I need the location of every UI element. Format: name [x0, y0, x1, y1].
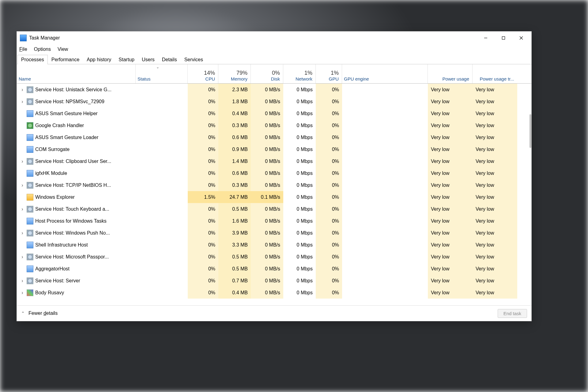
process-name: ASUS Smart Gesture Helper	[35, 111, 98, 116]
expand-icon[interactable]: ›	[20, 183, 25, 188]
cell-gpu-engine	[342, 131, 428, 143]
expand-icon[interactable]: ›	[20, 254, 25, 260]
cell-status	[136, 84, 188, 96]
expand-icon[interactable]: ›	[20, 278, 25, 284]
cell-status	[136, 251, 188, 263]
tab-performance[interactable]: Performance	[48, 55, 83, 64]
cell-cpu: 0%	[188, 155, 218, 167]
expand-icon[interactable]: ›	[20, 206, 25, 212]
table-row[interactable]: ›Service Host: Microsoft Passpor...0%0.5…	[17, 251, 531, 263]
table-row[interactable]: Host Process for Windows Tasks0%1.6 MB0 …	[17, 215, 531, 227]
process-icon	[27, 242, 33, 248]
scrollbar-thumb[interactable]	[530, 114, 531, 148]
cell-memory: 3.3 MB	[218, 239, 251, 251]
table-row[interactable]: ›Service Host: Touch Keyboard a...0%0.5 …	[17, 203, 531, 215]
end-task-button[interactable]: End task	[498, 309, 527, 318]
expand-icon[interactable]: ›	[20, 87, 25, 92]
table-row[interactable]: ASUS Smart Gesture Helper0%0.4 MB0 MB/s0…	[17, 107, 531, 119]
menu-options[interactable]: Options	[34, 47, 51, 52]
cell-network: 0 Mbps	[283, 191, 316, 203]
cell-gpu-engine	[342, 287, 428, 299]
cell-gpu-engine	[342, 227, 428, 239]
cell-cpu: 0%	[188, 96, 218, 107]
cell-power: Very low	[428, 287, 473, 299]
col-power[interactable]: Power usage	[428, 64, 473, 83]
cell-power-trend: Very low	[473, 227, 517, 239]
table-row[interactable]: Windows Explorer1.5%24.7 MB0.1 MB/s0 Mbp…	[17, 191, 531, 203]
cell-memory: 0.9 MB	[218, 143, 251, 155]
expand-icon[interactable]: ›	[20, 230, 25, 236]
process-name: Service Host: Unistack Service G...	[35, 87, 111, 92]
col-status[interactable]: Status	[136, 64, 188, 83]
col-network[interactable]: 1%Network	[283, 64, 316, 83]
menu-file[interactable]: File	[19, 47, 27, 52]
expand-icon[interactable]: ›	[20, 159, 25, 164]
cell-status	[136, 287, 188, 299]
tab-services[interactable]: Services	[181, 55, 207, 64]
cell-network: 0 Mbps	[283, 84, 316, 96]
process-name: Body Rusavy	[35, 290, 64, 296]
tab-users[interactable]: Users	[138, 55, 158, 64]
col-gpu[interactable]: 1%GPU	[316, 64, 342, 83]
col-memory[interactable]: 79%Memory	[218, 64, 251, 83]
process-icon	[27, 86, 33, 93]
table-row[interactable]: AggregatorHost0%0.5 MB0 MB/s0 Mbps0%Very…	[17, 263, 531, 275]
tab-strip: ProcessesPerformanceApp historyStartupUs…	[17, 54, 531, 64]
table-row[interactable]: Google Crash Handler0%0.3 MB0 MB/s0 Mbps…	[17, 119, 531, 131]
cell-status	[136, 143, 188, 155]
table-row[interactable]: ›Service Host: TCP/IP NetBIOS H...0%0.3 …	[17, 179, 531, 191]
cell-cpu: 0%	[188, 275, 218, 287]
cell-network: 0 Mbps	[283, 155, 316, 167]
process-icon	[27, 158, 33, 165]
tab-startup[interactable]: Startup	[115, 55, 138, 64]
table-row[interactable]: ›Service Host: Clipboard User Ser...0%1.…	[17, 155, 531, 167]
tab-processes[interactable]: Processes	[17, 55, 48, 64]
cell-memory: 1.6 MB	[218, 215, 251, 227]
table-row[interactable]: Shell Infrastructure Host0%3.3 MB0 MB/s0…	[17, 239, 531, 251]
cell-network: 0 Mbps	[283, 239, 316, 251]
minimize-button[interactable]	[477, 32, 495, 44]
cell-disk: 0 MB/s	[251, 96, 283, 107]
cell-power-trend: Very low	[473, 155, 517, 167]
cell-power: Very low	[428, 215, 473, 227]
col-cpu[interactable]: 14%CPU	[188, 64, 218, 83]
table-row[interactable]: ›Service Host: NPSMSvc_729090%1.8 MB0 MB…	[17, 96, 531, 107]
cell-power-trend: Very low	[473, 287, 517, 299]
cell-name: Google Crash Handler	[17, 119, 136, 131]
cell-power: Very low	[428, 155, 473, 167]
col-power-trend[interactable]: Power usage tr...	[473, 64, 517, 83]
table-row[interactable]: ›Service Host: Unistack Service G...0%2.…	[17, 84, 531, 96]
table-row[interactable]: igfxHK Module0%0.6 MB0 MB/s0 Mbps0%Very …	[17, 167, 531, 179]
svg-rect-1	[502, 37, 505, 40]
expand-icon[interactable]: ›	[20, 99, 25, 104]
cell-gpu: 0%	[316, 203, 342, 215]
cell-name: ›Service Host: Touch Keyboard a...	[17, 203, 136, 215]
tab-app-history[interactable]: App history	[83, 55, 115, 64]
expand-icon[interactable]: ›	[20, 290, 25, 296]
fewer-details-link[interactable]: Fewer details	[28, 311, 58, 316]
table-row[interactable]: ›Service Host: Windows Push No...0%3.9 M…	[17, 227, 531, 239]
col-name[interactable]: Name	[17, 64, 136, 83]
menu-view[interactable]: View	[58, 47, 68, 52]
table-row[interactable]: ASUS Smart Gesture Loader0%0.6 MB0 MB/s0…	[17, 131, 531, 143]
table-row[interactable]: ›Service Host: Server0%0.7 MB0 MB/s0 Mbp…	[17, 275, 531, 287]
table-row[interactable]: COM Surrogate0%0.9 MB0 MB/s0 Mbps0%Very …	[17, 143, 531, 155]
cell-power-trend: Very low	[473, 84, 517, 96]
maximize-button[interactable]	[495, 32, 512, 44]
process-name: Service Host: Server	[35, 278, 80, 284]
col-gpu-engine[interactable]: GPU engine	[342, 64, 428, 83]
chevron-up-icon[interactable]: ⌃	[21, 311, 25, 316]
cell-name: AggregatorHost	[17, 263, 136, 275]
process-rows[interactable]: ›Service Host: Unistack Service G...0%2.…	[17, 84, 531, 305]
titlebar[interactable]: Task Manager	[17, 32, 531, 44]
cell-power-trend: Very low	[473, 131, 517, 143]
close-button[interactable]	[512, 32, 530, 44]
col-disk[interactable]: 0%Disk	[251, 64, 283, 83]
cell-power: Very low	[428, 131, 473, 143]
process-icon	[27, 277, 33, 284]
cell-power-trend: Very low	[473, 191, 517, 203]
table-row[interactable]: ›Body Rusavy0%0.4 MB0 MB/s0 Mbps0%Very l…	[17, 287, 531, 299]
cell-disk: 0 MB/s	[251, 119, 283, 131]
tab-details[interactable]: Details	[158, 55, 181, 64]
cell-power-trend: Very low	[473, 143, 517, 155]
